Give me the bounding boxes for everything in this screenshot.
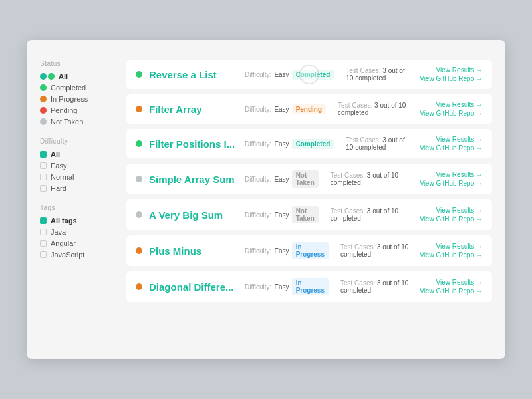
status-section-title: Status	[40, 60, 113, 67]
filter-tags-all-label: All tags	[51, 217, 77, 225]
view-results-link[interactable]: View Results →	[436, 171, 483, 178]
filter-tags-all[interactable]: All tags	[40, 217, 113, 225]
view-results-link[interactable]: View Results →	[436, 243, 483, 250]
cb-normal-icon	[40, 174, 47, 180]
filter-tags-java[interactable]: Java	[40, 228, 113, 236]
view-results-link[interactable]: View Results →	[436, 101, 483, 108]
difficulty-section-title: Difficulty	[40, 138, 113, 145]
problem-meta: Difficulty: EasyCompleted	[245, 70, 334, 80]
tags-section-title: Tags	[40, 204, 113, 211]
status-badge: Pending	[292, 104, 326, 114]
dot-completed-icon	[40, 84, 47, 91]
difficulty-label: Difficulty:	[245, 283, 271, 291]
table-row: Diagonal Differe...Difficulty: EasyIn Pr…	[126, 271, 492, 302]
difficulty-label: Difficulty:	[245, 71, 271, 78]
view-results-link[interactable]: View Results →	[436, 136, 483, 143]
dot-nottaken-icon	[40, 118, 47, 125]
filter-status-nottaken-label: Not Taken	[51, 118, 83, 126]
difficulty-value: Easy	[274, 247, 289, 255]
problem-meta: Difficulty: EasyNot Taken	[245, 206, 319, 223]
problem-title[interactable]: A Very Big Sum	[149, 209, 235, 221]
tags-section: Tags All tags Java Angular JavaScript	[40, 204, 113, 259]
difficulty-value: Easy	[274, 283, 289, 291]
problems-list: Reverse a ListDifficulty: EasyCompletedT…	[126, 60, 492, 339]
difficulty-value: Easy	[274, 211, 289, 219]
view-github-link[interactable]: View GitHub Repo →	[420, 251, 483, 259]
filter-difficulty-easy[interactable]: Easy	[40, 162, 113, 170]
filter-status-inprogress[interactable]: In Progress	[40, 95, 113, 103]
main-card: Status All Completed In Progress Pending	[27, 40, 505, 359]
cb-hard-icon	[40, 185, 47, 192]
status-dot-icon	[136, 71, 142, 78]
view-github-link[interactable]: View GitHub Repo →	[420, 110, 483, 117]
dot-teal-icon	[40, 73, 47, 80]
difficulty-label: Difficulty:	[245, 211, 271, 219]
difficulty-line: Difficulty: EasyIn Progress	[245, 278, 329, 295]
filter-status-completed[interactable]: Completed	[40, 84, 113, 92]
problem-meta: Difficulty: EasyNot Taken	[245, 170, 319, 188]
filter-tags-javascript[interactable]: JavaScript	[40, 251, 113, 259]
difficulty-label: Difficulty:	[245, 140, 271, 148]
cb-easy-icon	[40, 162, 47, 169]
filter-difficulty-hard-label: Hard	[51, 184, 66, 192]
problem-title[interactable]: Plus Minus	[149, 245, 235, 257]
view-github-link[interactable]: View GitHub Repo →	[420, 287, 483, 295]
problem-actions: View Results →View GitHub Repo →	[420, 279, 483, 295]
view-github-link[interactable]: View GitHub Repo →	[420, 144, 483, 152]
problem-meta: Difficulty: EasyIn Progress	[245, 278, 329, 295]
test-cases: Test Cases: 3 out of 10 completed	[340, 243, 413, 258]
filter-status-all[interactable]: All	[40, 72, 113, 80]
problem-title[interactable]: Simple Array Sum	[149, 174, 235, 185]
status-dot-icon	[136, 247, 142, 254]
view-results-link[interactable]: View Results →	[436, 66, 483, 74]
cb-javascript-icon	[40, 251, 47, 258]
sidebar: Status All Completed In Progress Pending	[40, 60, 113, 339]
sq-difficulty-all-icon	[40, 151, 47, 158]
filter-status-nottaken[interactable]: Not Taken	[40, 118, 113, 126]
status-dot-icon	[136, 106, 142, 112]
status-dot-icon	[136, 176, 142, 182]
status-dot-icon	[136, 140, 142, 147]
test-cases: Test Cases: 3 out of 10 completed	[346, 136, 413, 151]
view-results-link[interactable]: View Results →	[436, 207, 483, 214]
filter-difficulty-hard[interactable]: Hard	[40, 184, 113, 192]
filter-status-inprogress-label: In Progress	[51, 95, 88, 103]
difficulty-label: Difficulty:	[245, 247, 271, 255]
status-badge: Completed	[292, 139, 334, 149]
filter-tags-angular[interactable]: Angular	[40, 239, 113, 247]
difficulty-value: Easy	[274, 71, 289, 78]
test-cases: Test Cases: 3 out of 10 completed	[338, 102, 413, 116]
view-github-link[interactable]: View GitHub Repo →	[420, 215, 483, 223]
view-github-link[interactable]: View GitHub Repo →	[420, 75, 483, 82]
table-row: Simple Array SumDifficulty: EasyNot Take…	[126, 164, 492, 194]
test-cases: Test Cases: 3 out of 10 completed	[331, 207, 413, 222]
problem-title[interactable]: Filter Array	[149, 104, 235, 115]
table-row: Filter Positions I...Difficulty: EasyCom…	[126, 129, 492, 158]
difficulty-line: Difficulty: EasyIn Progress	[245, 242, 329, 259]
status-badge: Not Taken	[292, 170, 319, 188]
test-cases: Test Cases: 3 out of 10 completed	[340, 279, 413, 294]
problem-title[interactable]: Diagonal Differe...	[149, 281, 235, 293]
filter-status-pending-label: Pending	[51, 106, 77, 114]
progress-circle	[299, 65, 319, 84]
filter-difficulty-all[interactable]: All	[40, 150, 113, 158]
view-github-link[interactable]: View GitHub Repo →	[420, 180, 483, 187]
sq-tags-all-icon	[40, 217, 47, 224]
difficulty-value: Easy	[274, 140, 289, 148]
problem-title[interactable]: Filter Positions I...	[149, 138, 235, 150]
filter-difficulty-normal[interactable]: Normal	[40, 173, 113, 181]
filter-difficulty-easy-label: Easy	[51, 162, 66, 170]
filter-status-pending[interactable]: Pending	[40, 106, 113, 114]
problem-title[interactable]: Reverse a List	[149, 69, 235, 80]
status-badge: In Progress	[292, 242, 329, 259]
problem-meta: Difficulty: EasyCompleted	[245, 139, 334, 149]
dot-inprogress-icon	[40, 96, 47, 102]
problem-actions: View Results →View GitHub Repo →	[420, 243, 483, 259]
problem-actions: View Results →View GitHub Repo →	[420, 66, 483, 82]
table-row: A Very Big SumDifficulty: EasyNot TakenT…	[126, 200, 492, 230]
difficulty-line: Difficulty: EasyCompleted	[245, 139, 334, 149]
problem-meta: Difficulty: EasyPending	[245, 104, 326, 114]
view-results-link[interactable]: View Results →	[436, 279, 483, 286]
filter-tags-angular-label: Angular	[51, 239, 76, 247]
test-cases: Test Cases: 3 out of 10 completed	[331, 172, 413, 186]
